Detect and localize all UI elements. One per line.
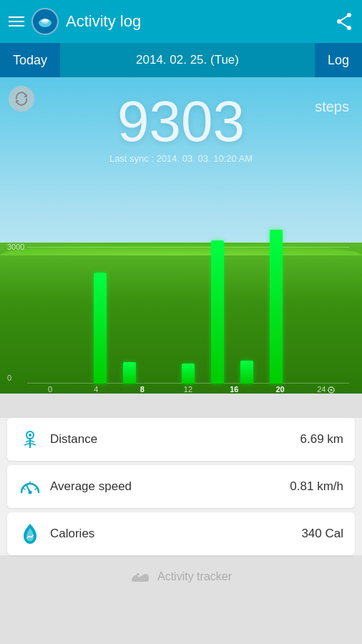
x-labels: 0 4 8 12 16 20 24	[7, 385, 355, 394]
chart-inner: 3000 0	[7, 193, 355, 394]
bar-group-10	[115, 362, 145, 384]
bar-group-8	[86, 273, 115, 384]
chart-container: 3000 0	[0, 193, 362, 394]
steps-row: 9303 Last sync : 2014. 03. 03. 10:20 AM …	[0, 86, 362, 164]
today-button[interactable]: Today	[0, 43, 60, 77]
speed-icon	[19, 475, 41, 498]
log-button[interactable]: Log	[315, 43, 362, 77]
x-label-0: 0	[27, 385, 73, 394]
main-area: 9303 Last sync : 2014. 03. 03. 10:20 AM …	[0, 77, 362, 414]
svg-point-10	[29, 434, 31, 436]
steps-unit-label: steps	[315, 99, 349, 115]
x-label-12: 12	[165, 385, 211, 394]
stat-left-speed: Average speed	[19, 475, 132, 498]
x-label-8: 8	[119, 385, 165, 394]
header-left: Activity log	[9, 8, 141, 35]
stat-left-calories: Calories	[19, 522, 94, 545]
app-header: Activity log	[0, 0, 362, 43]
calories-icon	[19, 522, 41, 545]
bars-area	[7, 226, 355, 384]
distance-icon	[19, 428, 41, 451]
stats-area: Distance 6.69 km Average speed 0.81 km/h	[0, 418, 362, 555]
shoe-icon	[130, 570, 150, 584]
svg-line-5	[339, 15, 349, 21]
bar-10	[123, 362, 136, 384]
sync-button[interactable]	[9, 86, 34, 112]
app-logo	[31, 8, 59, 35]
distance-value: 6.69 km	[300, 432, 343, 447]
bar-16	[211, 240, 224, 384]
stat-card-calories: Calories 340 Cal	[7, 512, 355, 555]
bar-group-20	[261, 230, 290, 384]
x-label-20: 20	[257, 385, 303, 394]
calories-value: 340 Cal	[301, 527, 343, 541]
x-label-24: 24	[303, 385, 349, 394]
svg-line-6	[339, 21, 349, 28]
bar-group-16	[202, 240, 232, 384]
speed-value: 0.81 km/h	[290, 479, 343, 494]
footer: Activity tracker	[0, 560, 362, 594]
footer-label: Activity tracker	[157, 570, 232, 583]
speed-label: Average speed	[50, 479, 132, 494]
bar-20	[270, 230, 283, 384]
current-date: 2014. 02. 25. (Tue)	[60, 53, 315, 67]
date-bar: Today 2014. 02. 25. (Tue) Log	[0, 43, 362, 77]
x-label-16: 16	[211, 385, 257, 394]
svg-point-8	[331, 389, 333, 391]
distance-label: Distance	[50, 432, 97, 447]
x-label-4: 4	[73, 385, 119, 394]
share-icon[interactable]	[335, 12, 353, 31]
bar-group-18	[232, 361, 261, 384]
stat-card-speed: Average speed 0.81 km/h	[7, 465, 355, 508]
last-sync-text: Last sync : 2014. 03. 03. 10:20 AM	[0, 153, 362, 164]
bar-group-14	[174, 364, 203, 384]
stat-card-distance: Distance 6.69 km	[7, 418, 355, 461]
stat-left-distance: Distance	[19, 428, 97, 451]
calories-label: Calories	[50, 527, 94, 541]
steps-value: 9303	[0, 93, 362, 150]
hamburger-icon[interactable]	[9, 16, 24, 26]
bar-8	[94, 273, 107, 384]
svg-point-11	[29, 491, 32, 494]
app-title: Activity log	[66, 12, 141, 31]
svg-point-1	[41, 19, 49, 24]
bar-18	[240, 361, 253, 384]
bar-14	[182, 364, 195, 384]
